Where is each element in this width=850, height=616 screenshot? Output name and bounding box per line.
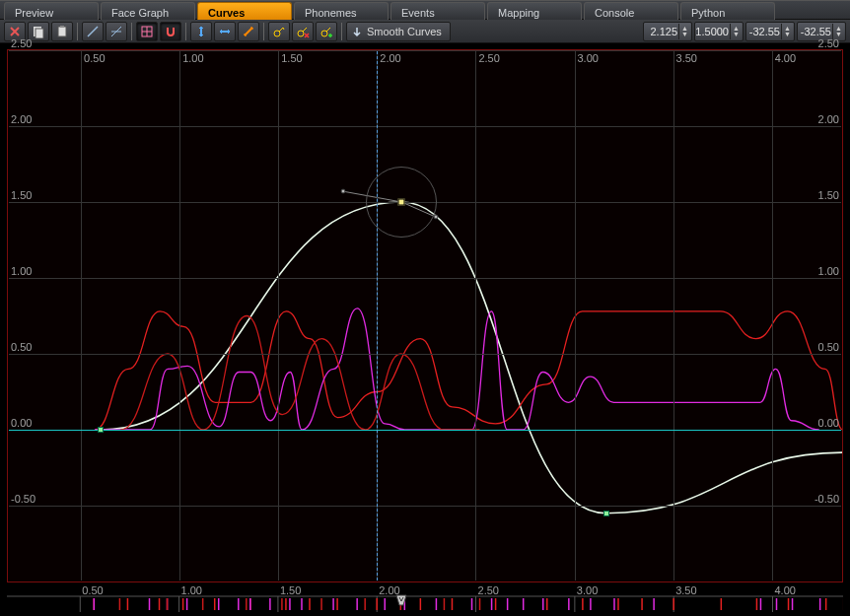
y-tick-label-left: 2.00 (11, 113, 32, 125)
y-tick-label-left: 0.50 (11, 341, 32, 353)
toolbar-divider (185, 23, 186, 40)
move-horizontal-button[interactable] (214, 22, 236, 41)
spin-value: 1.5000 (695, 26, 729, 37)
gridline-v (575, 51, 576, 581)
y-tick-label-right: 2.00 (818, 113, 839, 125)
svg-rect-3 (60, 26, 64, 28)
spin-value: -32.55 (749, 26, 780, 37)
x-tick-label: 0.50 (84, 52, 105, 64)
tab-label: Events (401, 7, 435, 19)
smooth-curves-label: Smooth Curves (367, 26, 442, 37)
timeline-tick-label: 1.00 (181, 584, 202, 596)
tangent-flat-button[interactable] (106, 22, 127, 41)
spin-value: 2.125 (650, 26, 677, 37)
keyframe[interactable] (98, 427, 104, 433)
y-tick-label-right: 0.50 (818, 341, 839, 353)
tab-events[interactable]: Events (390, 2, 485, 20)
toolbar-divider (263, 23, 264, 40)
gridline-h (9, 278, 841, 279)
timeline-canvas (7, 584, 843, 612)
snap-magnet-button[interactable] (160, 22, 181, 41)
toolbar: Smooth Curves 2.125▲▼ 1.5000▲▼ -32.55▲▼ … (0, 20, 850, 43)
x-tick-label: 2.50 (478, 52, 499, 64)
toolbar-divider (77, 23, 78, 40)
curves-canvas (8, 50, 842, 582)
time-spin[interactable]: 2.125▲▼ (643, 22, 692, 41)
zero-line (9, 430, 841, 431)
toolbar-divider (341, 23, 342, 40)
timeline-tick-label: 0.50 (82, 584, 103, 596)
tab-mapping[interactable]: Mapping (487, 2, 582, 20)
svg-rect-2 (58, 27, 66, 36)
gridline-v (278, 51, 279, 581)
timeline-tick-label: 4.00 (774, 584, 795, 596)
y-tick-label-right: 0.00 (818, 417, 839, 429)
snap-grid-button[interactable] (136, 22, 158, 41)
x-tick-label: 2.00 (380, 52, 400, 64)
tab-label: Curves (208, 7, 245, 19)
move-vertical-button[interactable] (190, 22, 212, 41)
timeline-tick-label: 3.00 (577, 584, 598, 596)
tab-label: Phonemes (305, 7, 357, 19)
tab-console[interactable]: Console (584, 2, 678, 20)
tangent-in-spin[interactable]: -32.55▲▼ (745, 22, 795, 41)
y-tick-label-left: 2.50 (11, 37, 32, 49)
keyframe[interactable] (603, 511, 609, 516)
y-tick-label-left: 0.00 (11, 417, 32, 429)
chart-area[interactable]: 0.501.001.502.002.503.003.504.00-0.50-0.… (7, 49, 843, 582)
svg-rect-1 (35, 29, 43, 38)
key-select-button[interactable] (268, 22, 290, 41)
timeline-tick-label: 2.50 (478, 584, 499, 596)
y-tick-label-right: 1.00 (818, 265, 839, 277)
arrow-down-icon (351, 26, 363, 37)
y-tick-label-right: 1.50 (818, 189, 839, 201)
tangent-handle-in[interactable] (341, 189, 346, 194)
x-tick-label: 1.00 (182, 52, 203, 64)
tab-phonemes[interactable]: Phonemes (294, 2, 389, 20)
timeline-tick-label: 1.50 (280, 584, 301, 596)
selected-keyframe[interactable] (398, 199, 405, 206)
playhead[interactable] (394, 594, 408, 606)
time-cursor[interactable] (377, 51, 378, 581)
svg-line-4 (88, 27, 98, 36)
paste-button[interactable] (51, 22, 73, 41)
value-spin[interactable]: 1.5000▲▼ (694, 22, 744, 41)
key-add-button[interactable] (316, 22, 337, 41)
x-tick-label: 3.50 (676, 52, 697, 64)
y-tick-label-right: 2.50 (818, 37, 839, 49)
tab-label: Python (691, 7, 725, 19)
tab-preview[interactable]: Preview (4, 2, 99, 20)
gridline-h (9, 354, 841, 355)
tab-label: Preview (15, 7, 53, 19)
y-tick-label-left: -0.50 (11, 493, 35, 505)
svg-line-10 (245, 28, 252, 35)
gridline-v (673, 51, 674, 581)
timeline[interactable]: 0.501.001.502.002.503.003.504.00 (7, 584, 843, 612)
x-tick-label: 3.00 (578, 52, 599, 64)
gridline-v (81, 51, 82, 581)
y-tick-label-right: -0.50 (815, 493, 839, 505)
x-tick-label: 4.00 (775, 52, 796, 64)
gridline-h (9, 126, 841, 127)
gridline-h (9, 506, 841, 507)
x-tick-label: 1.50 (281, 52, 302, 64)
smooth-curves-button[interactable]: Smooth Curves (346, 22, 451, 41)
spin-value: -32.55 (801, 26, 831, 37)
y-tick-label-left: 1.00 (11, 265, 32, 277)
gridline-v (772, 51, 773, 581)
move-free-button[interactable] (238, 22, 259, 41)
tangent-handle-out[interactable] (434, 215, 439, 220)
tab-bar: Preview Face Graph Curves Phonemes Event… (0, 0, 850, 20)
key-delete-button[interactable] (292, 22, 314, 41)
y-tick-label-left: 1.50 (11, 189, 32, 201)
gridline-v (475, 51, 476, 581)
tangent-linear-button[interactable] (82, 22, 104, 41)
timeline-tick-label: 3.50 (675, 584, 696, 596)
tab-label: Console (595, 7, 634, 19)
tab-curves[interactable]: Curves (197, 2, 292, 20)
tab-facegraph[interactable]: Face Graph (101, 2, 195, 20)
curve-editor: 0.501.001.502.002.503.003.504.00-0.50-0.… (0, 43, 850, 616)
tab-python[interactable]: Python (680, 2, 775, 20)
tab-label: Mapping (498, 7, 539, 19)
gridline-h (9, 50, 841, 51)
